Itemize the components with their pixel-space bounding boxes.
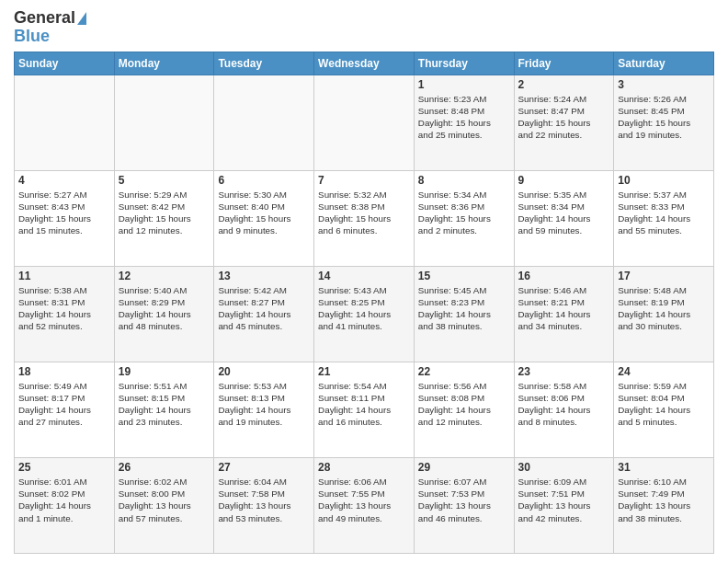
day-info: Sunrise: 5:23 AM Sunset: 8:48 PM Dayligh… [418, 93, 510, 142]
day-info: Sunrise: 5:48 AM Sunset: 8:19 PM Dayligh… [618, 284, 710, 333]
day-info: Sunrise: 5:46 AM Sunset: 8:21 PM Dayligh… [518, 284, 610, 333]
calendar-cell: 4Sunrise: 5:27 AM Sunset: 8:43 PM Daylig… [15, 170, 115, 266]
calendar-cell: 14Sunrise: 5:43 AM Sunset: 8:25 PM Dayli… [314, 266, 415, 362]
logo: General Blue [14, 9, 86, 46]
day-info: Sunrise: 5:43 AM Sunset: 8:25 PM Dayligh… [318, 284, 410, 333]
day-info: Sunrise: 5:32 AM Sunset: 8:38 PM Dayligh… [318, 189, 410, 237]
day-info: Sunrise: 5:38 AM Sunset: 8:31 PM Dayligh… [18, 284, 110, 333]
day-of-week-header: Thursday [414, 52, 514, 75]
calendar-cell: 25Sunrise: 6:01 AM Sunset: 8:02 PM Dayli… [15, 457, 115, 553]
calendar-cell: 5Sunrise: 5:29 AM Sunset: 8:42 PM Daylig… [114, 170, 214, 266]
calendar-cell: 31Sunrise: 6:10 AM Sunset: 7:49 PM Dayli… [614, 457, 714, 553]
calendar-cell [314, 75, 415, 170]
calendar-cell: 7Sunrise: 5:32 AM Sunset: 8:38 PM Daylig… [314, 170, 415, 266]
day-info: Sunrise: 6:10 AM Sunset: 7:49 PM Dayligh… [618, 476, 710, 524]
day-info: Sunrise: 5:29 AM Sunset: 8:42 PM Dayligh… [119, 189, 210, 237]
calendar-cell: 2Sunrise: 5:24 AM Sunset: 8:47 PM Daylig… [514, 75, 614, 170]
day-number: 25 [18, 461, 110, 474]
day-info: Sunrise: 5:37 AM Sunset: 8:33 PM Dayligh… [618, 189, 710, 237]
day-info: Sunrise: 5:27 AM Sunset: 8:43 PM Dayligh… [18, 189, 110, 237]
calendar-cell: 15Sunrise: 5:45 AM Sunset: 8:23 PM Dayli… [414, 266, 514, 362]
day-number: 11 [18, 270, 110, 282]
day-of-week-header: Saturday [614, 52, 714, 75]
day-number: 24 [618, 365, 710, 378]
day-number: 17 [618, 270, 710, 282]
day-info: Sunrise: 5:24 AM Sunset: 8:47 PM Dayligh… [518, 93, 610, 142]
calendar-cell: 27Sunrise: 6:04 AM Sunset: 7:58 PM Dayli… [214, 457, 314, 553]
day-info: Sunrise: 5:49 AM Sunset: 8:17 PM Dayligh… [18, 380, 110, 429]
calendar-cell [114, 75, 214, 170]
day-info: Sunrise: 6:04 AM Sunset: 7:58 PM Dayligh… [218, 476, 310, 524]
day-of-week-header: Wednesday [314, 52, 415, 75]
day-info: Sunrise: 5:53 AM Sunset: 8:13 PM Dayligh… [218, 380, 310, 429]
day-info: Sunrise: 5:51 AM Sunset: 8:15 PM Dayligh… [119, 380, 210, 429]
day-number: 21 [318, 365, 410, 378]
day-info: Sunrise: 6:07 AM Sunset: 7:53 PM Dayligh… [418, 476, 510, 524]
day-info: Sunrise: 5:58 AM Sunset: 8:06 PM Dayligh… [518, 380, 610, 429]
calendar-cell [214, 75, 314, 170]
day-number: 5 [119, 174, 210, 187]
day-number: 13 [218, 270, 310, 282]
day-number: 16 [518, 270, 610, 282]
day-info: Sunrise: 5:40 AM Sunset: 8:29 PM Dayligh… [119, 284, 210, 333]
calendar-cell: 24Sunrise: 5:59 AM Sunset: 8:04 PM Dayli… [614, 362, 714, 457]
logo-line2: Blue [14, 28, 50, 46]
calendar-cell: 28Sunrise: 6:06 AM Sunset: 7:55 PM Dayli… [314, 457, 415, 553]
day-number: 29 [418, 461, 510, 474]
header: General Blue [14, 9, 714, 46]
calendar-week-row: 4Sunrise: 5:27 AM Sunset: 8:43 PM Daylig… [15, 170, 714, 266]
calendar-cell: 3Sunrise: 5:26 AM Sunset: 8:45 PM Daylig… [614, 75, 714, 170]
calendar-week-row: 11Sunrise: 5:38 AM Sunset: 8:31 PM Dayli… [15, 266, 714, 362]
calendar-cell: 6Sunrise: 5:30 AM Sunset: 8:40 PM Daylig… [214, 170, 314, 266]
day-number: 20 [218, 365, 310, 378]
day-number: 27 [218, 461, 310, 474]
calendar-cell: 23Sunrise: 5:58 AM Sunset: 8:06 PM Dayli… [514, 362, 614, 457]
day-number: 8 [418, 174, 510, 187]
header-row: SundayMondayTuesdayWednesdayThursdayFrid… [15, 52, 714, 75]
day-of-week-header: Monday [114, 52, 214, 75]
day-number: 7 [318, 174, 410, 187]
calendar-cell: 12Sunrise: 5:40 AM Sunset: 8:29 PM Dayli… [114, 266, 214, 362]
day-info: Sunrise: 5:30 AM Sunset: 8:40 PM Dayligh… [218, 189, 310, 237]
day-number: 12 [119, 270, 210, 282]
day-number: 31 [618, 461, 710, 474]
day-number: 2 [518, 78, 610, 91]
calendar-cell: 1Sunrise: 5:23 AM Sunset: 8:48 PM Daylig… [414, 75, 514, 170]
calendar-cell: 18Sunrise: 5:49 AM Sunset: 8:17 PM Dayli… [15, 362, 115, 457]
day-of-week-header: Friday [514, 52, 614, 75]
day-number: 6 [218, 174, 310, 187]
day-of-week-header: Sunday [15, 52, 115, 75]
calendar-cell: 9Sunrise: 5:35 AM Sunset: 8:34 PM Daylig… [514, 170, 614, 266]
day-number: 14 [318, 270, 410, 282]
day-number: 28 [318, 461, 410, 474]
calendar-cell: 13Sunrise: 5:42 AM Sunset: 8:27 PM Dayli… [214, 266, 314, 362]
day-of-week-header: Tuesday [214, 52, 314, 75]
day-number: 22 [418, 365, 510, 378]
day-number: 23 [518, 365, 610, 378]
logo-text-general: General [14, 9, 75, 28]
calendar-cell: 22Sunrise: 5:56 AM Sunset: 8:08 PM Dayli… [414, 362, 514, 457]
calendar: SundayMondayTuesdayWednesdayThursdayFrid… [14, 52, 714, 554]
day-info: Sunrise: 5:54 AM Sunset: 8:11 PM Dayligh… [318, 380, 410, 429]
day-info: Sunrise: 5:34 AM Sunset: 8:36 PM Dayligh… [418, 189, 510, 237]
calendar-week-row: 18Sunrise: 5:49 AM Sunset: 8:17 PM Dayli… [15, 362, 714, 457]
page: General Blue SundayMondayTuesdayWednesda… [0, 0, 728, 563]
calendar-cell: 20Sunrise: 5:53 AM Sunset: 8:13 PM Dayli… [214, 362, 314, 457]
day-number: 10 [618, 174, 710, 187]
day-number: 4 [18, 174, 110, 187]
day-number: 9 [518, 174, 610, 187]
calendar-cell: 17Sunrise: 5:48 AM Sunset: 8:19 PM Dayli… [614, 266, 714, 362]
day-number: 3 [618, 78, 710, 91]
day-number: 18 [18, 365, 110, 378]
calendar-cell: 26Sunrise: 6:02 AM Sunset: 8:00 PM Dayli… [114, 457, 214, 553]
calendar-cell: 16Sunrise: 5:46 AM Sunset: 8:21 PM Dayli… [514, 266, 614, 362]
calendar-week-row: 1Sunrise: 5:23 AM Sunset: 8:48 PM Daylig… [15, 75, 714, 170]
logo-arrow-icon [77, 12, 86, 25]
day-number: 30 [518, 461, 610, 474]
calendar-cell: 10Sunrise: 5:37 AM Sunset: 8:33 PM Dayli… [614, 170, 714, 266]
logo-line1: General [14, 9, 86, 28]
day-info: Sunrise: 6:02 AM Sunset: 8:00 PM Dayligh… [119, 476, 210, 524]
day-info: Sunrise: 5:56 AM Sunset: 8:08 PM Dayligh… [418, 380, 510, 429]
day-number: 26 [119, 461, 210, 474]
day-info: Sunrise: 5:42 AM Sunset: 8:27 PM Dayligh… [218, 284, 310, 333]
